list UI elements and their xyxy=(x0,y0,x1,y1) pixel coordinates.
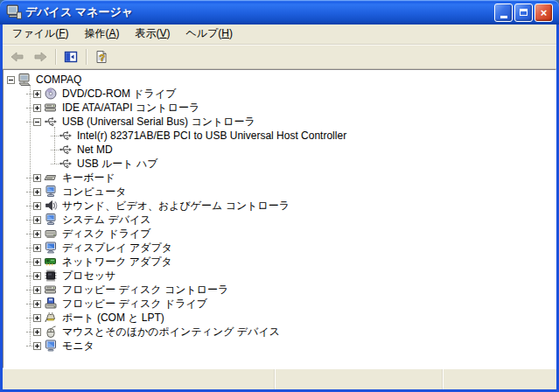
menu-item-text: ) xyxy=(167,27,171,39)
device-tree: COMPAQDVD/CD-ROM ドライブIDE ATA/ATAPI コントロー… xyxy=(3,73,556,353)
tree-row: キーボード xyxy=(3,171,556,185)
console-tree-icon xyxy=(64,50,78,64)
device-manager-icon xyxy=(6,4,22,20)
mouse-icon xyxy=(44,325,58,339)
tree-node-label[interactable]: COMPAQ xyxy=(34,74,83,86)
show-console-tree-button[interactable] xyxy=(59,46,82,67)
expand-toggle[interactable] xyxy=(33,342,41,350)
arrow-left-icon xyxy=(10,50,25,64)
tree-node-label[interactable]: システム デバイス xyxy=(60,213,153,228)
tree-row: COMPAQ xyxy=(3,73,556,87)
expand-toggle[interactable] xyxy=(33,300,41,308)
tree-node-label[interactable]: ネットワーク アダプタ xyxy=(60,255,174,270)
expand-toggle[interactable] xyxy=(33,174,41,182)
port-icon xyxy=(44,311,58,325)
tree-node-label[interactable]: Intel(r) 82371AB/EB PCI to USB Universal… xyxy=(75,130,348,142)
collapse-toggle[interactable] xyxy=(7,76,15,84)
tree-node-label[interactable]: キーボード xyxy=(60,171,117,186)
menu-item-text: V xyxy=(159,27,166,39)
arrow-right-icon xyxy=(32,50,48,64)
tree-node-label[interactable]: マウスとそのほかのポインティング デバイス xyxy=(60,325,282,340)
menu-bar: ファイル(F)操作(A)表示(V)ヘルプ(H) xyxy=(3,24,556,45)
floppy-drive-icon xyxy=(44,297,58,311)
tree-row: フロッピー ディスク ドライブ xyxy=(3,297,556,311)
expand-toggle[interactable] xyxy=(33,272,41,280)
expand-toggle[interactable] xyxy=(33,230,41,238)
tree-row: Net MD xyxy=(3,143,556,157)
tree-node-label[interactable]: USB (Universal Serial Bus) コントローラ xyxy=(60,115,257,130)
expand-toggle[interactable] xyxy=(33,328,41,336)
caption-buttons: × xyxy=(494,4,553,22)
tree-node-label[interactable]: Net MD xyxy=(75,144,115,156)
tree-guide-line xyxy=(30,85,31,346)
expand-toggle[interactable] xyxy=(33,244,41,252)
tree-node-label[interactable]: ポート (COM と LPT) xyxy=(60,311,166,326)
menu-item-f[interactable]: ファイル(F) xyxy=(4,24,76,44)
system-device-icon xyxy=(44,213,58,227)
menu-item-h[interactable]: ヘルプ(H) xyxy=(178,24,241,44)
tree-node-label[interactable]: ディスプレイ アダプタ xyxy=(60,241,174,256)
menu-item-text: ヘルプ( xyxy=(186,27,222,39)
device-manager-window: デバイス マネージャ × ファイル(F)操作(A)表示(V)ヘルプ(H) ? C… xyxy=(0,0,559,392)
tree-row: IDE ATA/ATAPI コントローラ xyxy=(3,101,556,115)
tree-node-label[interactable]: フロッピー ディスク ドライブ xyxy=(60,297,209,312)
tree-row: ディスプレイ アダプタ xyxy=(3,241,556,255)
cdrom-icon xyxy=(44,87,58,101)
help-button[interactable]: ? xyxy=(90,46,113,67)
back-button xyxy=(6,46,29,67)
tree-node-label[interactable]: モニタ xyxy=(60,339,96,354)
menu-item-a[interactable]: 操作(A) xyxy=(76,24,127,44)
monitor-icon xyxy=(44,339,58,353)
tree-node-label[interactable]: DVD/CD-ROM ドライブ xyxy=(60,87,178,102)
tree-row: モニタ xyxy=(3,339,556,353)
tree-guide-line xyxy=(54,127,55,164)
tree-node-label[interactable]: フロッピー ディスク コントローラ xyxy=(60,283,230,298)
display-adapter-icon xyxy=(44,241,58,255)
tree-node-label[interactable]: サウンド、ビデオ、およびゲーム コントローラ xyxy=(60,199,291,214)
menu-item-text: ) xyxy=(229,27,233,39)
system-device-icon xyxy=(44,185,58,199)
network-adapter-icon xyxy=(44,255,58,269)
expand-toggle[interactable] xyxy=(33,202,41,210)
menu-item-text: ) xyxy=(115,27,119,39)
minimize-button[interactable] xyxy=(494,4,513,22)
tree-node-label[interactable]: IDE ATA/ATAPI コントローラ xyxy=(60,101,201,116)
expand-toggle[interactable] xyxy=(33,286,41,294)
titlebar[interactable]: デバイス マネージャ × xyxy=(0,0,559,24)
tree-node-label[interactable]: プロセッサ xyxy=(60,269,117,284)
status-pane-1 xyxy=(3,369,275,389)
menu-item-text: 表示( xyxy=(135,27,159,39)
tree-panel: COMPAQDVD/CD-ROM ドライブIDE ATA/ATAPI コントロー… xyxy=(3,69,556,368)
tree-node-label[interactable]: コンピュータ xyxy=(60,185,128,200)
tree-row: ディスク ドライブ xyxy=(3,227,556,241)
tree-node-label[interactable]: ディスク ドライブ xyxy=(60,227,153,242)
sound-icon xyxy=(44,199,58,213)
toolbar-separator xyxy=(55,49,56,65)
close-button[interactable]: × xyxy=(535,4,553,22)
tree-row: フロッピー ディスク コントローラ xyxy=(3,283,556,297)
status-bar xyxy=(3,368,556,389)
tree-row: USB (Universal Serial Bus) コントローラ xyxy=(3,115,556,129)
menu-item-text: 操作( xyxy=(84,27,108,39)
processor-icon xyxy=(44,269,58,283)
expand-toggle[interactable] xyxy=(33,258,41,266)
expand-toggle[interactable] xyxy=(33,314,41,322)
window-title: デバイス マネージャ xyxy=(25,4,494,20)
tree-row: サウンド、ビデオ、およびゲーム コントローラ xyxy=(3,199,556,213)
menu-item-text: H xyxy=(221,27,229,39)
forward-button xyxy=(29,46,52,67)
disk-drive-icon xyxy=(44,227,58,241)
expand-toggle[interactable] xyxy=(33,216,41,224)
expand-toggle[interactable] xyxy=(33,188,41,196)
controller-icon xyxy=(44,283,58,297)
usb-icon xyxy=(59,143,73,157)
usb-icon xyxy=(59,129,73,143)
menu-item-v[interactable]: 表示(V) xyxy=(127,24,178,44)
expand-toggle[interactable] xyxy=(33,90,41,98)
maximize-button[interactable] xyxy=(514,4,533,22)
tree-row: コンピュータ xyxy=(3,185,556,199)
close-icon: × xyxy=(541,7,548,18)
expand-toggle[interactable] xyxy=(33,104,41,112)
tree-node-label[interactable]: USB ルート ハブ xyxy=(75,157,159,172)
collapse-toggle[interactable] xyxy=(33,118,41,126)
